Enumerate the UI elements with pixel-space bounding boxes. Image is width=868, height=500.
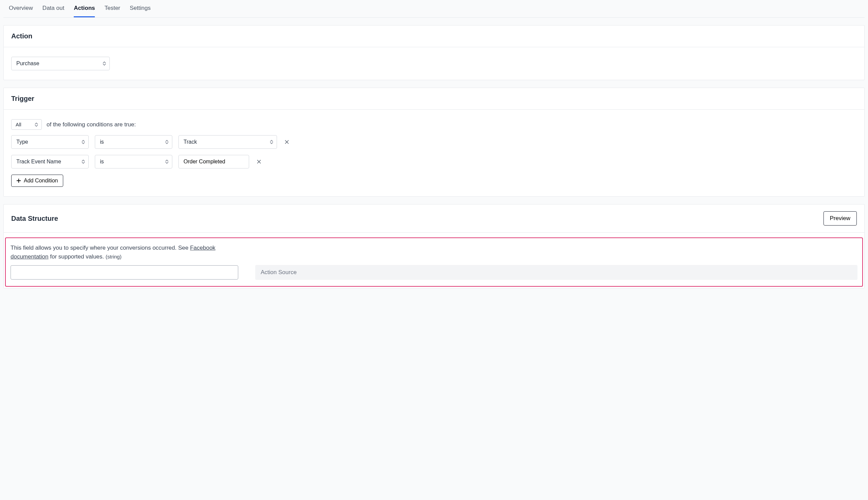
trigger-quantifier-value: All (16, 122, 21, 127)
action-card: Action Purchase (3, 25, 865, 80)
action-source-readonly: Action Source (255, 265, 857, 280)
trigger-quantifier-select[interactable]: All (11, 119, 42, 130)
condition-operator-select[interactable]: is (95, 135, 172, 149)
tab-settings[interactable]: Settings (130, 5, 150, 17)
add-condition-label: Add Condition (24, 178, 58, 184)
tab-overview[interactable]: Overview (9, 5, 33, 17)
plus-icon (16, 178, 21, 183)
chevron-updown-icon (81, 160, 85, 164)
help-text: This field allows you to specify where y… (11, 243, 228, 261)
condition-remove-button[interactable] (255, 158, 263, 166)
condition-field-value: Track Event Name (16, 159, 61, 165)
help-text-post: for supported values. (48, 253, 106, 260)
add-condition-button[interactable]: Add Condition (11, 174, 63, 187)
chevron-updown-icon (165, 140, 169, 144)
condition-operator-value: is (100, 139, 104, 145)
trigger-card: Trigger All of the following conditions … (3, 88, 865, 197)
condition-remove-button[interactable] (283, 138, 291, 146)
chevron-updown-icon (81, 140, 85, 144)
tab-data-out[interactable]: Data out (43, 5, 64, 17)
condition-field-select[interactable]: Type (11, 135, 89, 149)
close-icon (284, 140, 289, 144)
data-structure-card: Data Structure Preview This field allows… (3, 204, 865, 288)
condition-value-input[interactable] (178, 155, 249, 169)
condition-row: Track Event Name is (11, 155, 857, 169)
condition-field-value: Type (16, 139, 28, 145)
condition-operator-value: is (100, 159, 104, 165)
help-text-pre: This field allows you to specify where y… (11, 245, 190, 251)
chevron-updown-icon (103, 61, 106, 66)
condition-value-value: Track (183, 139, 197, 145)
tab-tester[interactable]: Tester (104, 5, 120, 17)
condition-operator-select[interactable]: is (95, 155, 172, 169)
condition-value-select[interactable]: Track (178, 135, 277, 149)
action-select-value: Purchase (16, 60, 40, 67)
chevron-updown-icon (35, 123, 38, 127)
action-select[interactable]: Purchase (11, 57, 110, 70)
action-source-input[interactable] (11, 265, 238, 280)
tabs-nav: Overview Data out Actions Tester Setting… (3, 0, 865, 18)
trigger-quantifier-suffix: of the following conditions are true: (47, 121, 136, 128)
action-heading: Action (4, 25, 864, 47)
chevron-updown-icon (165, 160, 169, 164)
close-icon (257, 159, 261, 164)
action-source-field-box: This field allows you to specify where y… (5, 237, 863, 287)
tab-actions[interactable]: Actions (74, 5, 95, 17)
chevron-updown-icon (270, 140, 273, 144)
condition-row: Type is Track (11, 135, 857, 149)
preview-button[interactable]: Preview (823, 211, 857, 226)
condition-field-select[interactable]: Track Event Name (11, 155, 89, 169)
type-hint: (string) (106, 254, 122, 260)
trigger-heading: Trigger (4, 88, 864, 110)
data-structure-heading: Data Structure (11, 215, 58, 223)
